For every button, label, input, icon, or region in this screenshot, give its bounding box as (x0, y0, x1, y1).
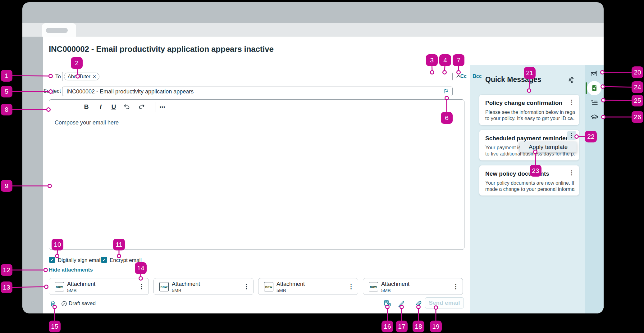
attach-file-icon (415, 300, 422, 307)
insert-template-button[interactable] (383, 299, 391, 308)
quick-messages-title: Quick Messages (485, 75, 541, 84)
rail-learning-button[interactable] (590, 113, 598, 121)
check-circle-icon (61, 301, 67, 307)
undo-button[interactable] (122, 100, 132, 114)
redo-icon (138, 103, 145, 110)
attachment-name: Attachment (67, 281, 95, 287)
attachment-card[interactable]: nowAttachment5MB⋮ (258, 278, 358, 295)
now-logo: now (369, 282, 378, 291)
draft-saved-text: Draft saved (69, 300, 96, 307)
quick-message-title: Policy change confirmation (485, 100, 562, 106)
quick-message-card[interactable]: New policy documentsYour policy document… (479, 165, 579, 196)
quick-messages-filter-button[interactable] (567, 76, 575, 84)
email-body-editor[interactable]: B I U ••• Compose your email here (49, 99, 464, 250)
kebab-menu-icon[interactable]: ⋮ (569, 98, 575, 106)
encrypt-checkbox[interactable]: ✓ (101, 257, 107, 263)
attachment-name: Attachment (381, 281, 409, 287)
callout-badge-17: 17 (396, 321, 408, 332)
callout-badge-20: 20 (632, 66, 643, 78)
attachment-name: Attachment (172, 281, 200, 287)
attachment-size: 5MB (276, 288, 286, 293)
redo-button[interactable] (136, 100, 147, 114)
callout-badge-16: 16 (381, 321, 393, 332)
quick-message-body-line: made a change to your personal informat.… (485, 187, 575, 192)
kebab-menu-icon[interactable]: ⋮ (569, 169, 575, 176)
flag-importance-button[interactable] (443, 88, 450, 94)
tab-title-placeholder (46, 28, 68, 33)
attach-file-button[interactable] (414, 299, 422, 308)
bold-button[interactable]: B (81, 100, 92, 114)
toolbar-divider (156, 102, 156, 112)
quick-message-title: New policy documents (485, 170, 549, 177)
quick-message-card[interactable]: Policy change confirmationPlease see the… (479, 95, 579, 125)
digitally-sign-label: Digitally sign email (58, 257, 102, 263)
kebab-highlight[interactable]: ⋮ (567, 131, 576, 140)
subject-input[interactable]: INC000002 - Email productivity applicati… (62, 87, 453, 96)
kebab-menu-icon[interactable]: ⋮ (243, 282, 249, 290)
browser-tabstrip (22, 23, 604, 37)
attachments-row: nowAttachment5MB⋮nowAttachment5MB⋮nowAtt… (22, 278, 604, 295)
digitally-sign-checkbox[interactable]: ✓ (49, 257, 55, 263)
attachment-card[interactable]: nowAttachment5MB⋮ (363, 278, 463, 295)
page-title: INC000002 - Email productivity applicati… (49, 44, 274, 54)
chevron-up-icon (455, 73, 462, 79)
required-marker-icon: ∗ (49, 74, 54, 79)
now-logo: now (55, 282, 64, 291)
kebab-menu-icon[interactable]: ⋮ (453, 282, 459, 290)
active-rail-indicator (586, 82, 587, 94)
flag-icon (444, 88, 449, 94)
callout-badge-18: 18 (413, 321, 424, 332)
subject-value: INC000002 - Email productivity applicati… (66, 87, 194, 96)
apply-template-menu-item[interactable]: Apply template (520, 142, 577, 152)
now-logo: now (159, 282, 169, 291)
recipient-chip[interactable]: Abel Tuter ✕ (64, 73, 99, 80)
rail-new-template-button[interactable] (590, 84, 598, 92)
send-email-button[interactable]: Send email (425, 297, 464, 308)
screenshot-stage: INC000002 - Email productivity applicati… (0, 0, 644, 333)
attachment-card[interactable]: nowAttachment5MB⋮ (153, 278, 253, 295)
filter-settings-icon (567, 76, 575, 84)
collapse-recipients-button[interactable] (455, 73, 462, 79)
more-formatting-button[interactable]: ••• (157, 100, 168, 114)
kebab-menu-icon[interactable]: ⋮ (348, 282, 354, 290)
callout-badge-25: 25 (632, 95, 643, 106)
attachment-size: 5MB (381, 288, 391, 293)
quick-message-body-line: Your policy documents are now online. If… (485, 180, 575, 186)
new-template-icon (590, 84, 598, 92)
recipient-name: Abel Tuter (68, 74, 90, 79)
bcc-button[interactable]: Bcc (470, 74, 484, 79)
quick-message-body-line: Please see the information below in rega… (485, 110, 575, 115)
hide-attachments-link[interactable]: Hide attachments (49, 267, 93, 273)
now-logo: now (264, 282, 273, 291)
quick-message-title: Scheduled payment reminder (485, 135, 568, 142)
subject-label: Subject (32, 88, 61, 94)
browser-tab[interactable] (42, 23, 76, 37)
undo-icon (123, 103, 131, 110)
callout-badge-12: 12 (1, 264, 12, 276)
callout-badge-19: 19 (430, 321, 442, 332)
callout-badge-9: 9 (1, 180, 12, 192)
rail-new-email-button[interactable] (590, 70, 598, 78)
italic-button[interactable]: I (95, 100, 106, 114)
app-window: INC000002 - Email productivity applicati… (22, 2, 604, 313)
quick-message-body-line: to your policy. It's easy to get your ID… (485, 116, 575, 121)
panel-divider (470, 65, 470, 313)
delete-draft-button[interactable] (49, 300, 57, 307)
underline-button[interactable]: U (108, 100, 119, 114)
chip-remove-icon[interactable]: ✕ (93, 74, 96, 79)
insert-template-icon (383, 299, 391, 308)
to-input[interactable]: Abel Tuter ✕ Cc Bcc (62, 72, 453, 81)
callout-badge-8: 8 (1, 104, 12, 115)
attachment-card[interactable]: nowAttachment5MB⋮ (49, 278, 149, 295)
kebab-menu-icon[interactable]: ⋮ (569, 132, 575, 139)
signature-button[interactable] (398, 299, 406, 308)
callout-badge-24: 24 (632, 81, 643, 93)
signature-icon (398, 299, 406, 308)
editor-placeholder: Compose your email here (55, 119, 119, 126)
draft-saved-indicator (61, 300, 67, 307)
kebab-menu-icon[interactable]: ⋮ (139, 282, 145, 290)
attachment-size: 5MB (67, 288, 77, 293)
callout-badge-15: 15 (49, 321, 61, 332)
encrypt-label: Encrypt email (110, 257, 142, 263)
rail-outline-list-button[interactable] (590, 99, 598, 107)
